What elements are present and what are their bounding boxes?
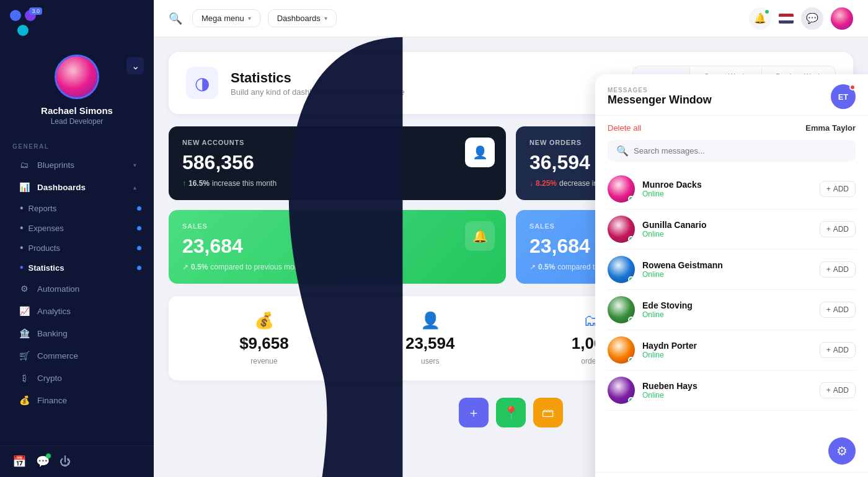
contact-item: Rowena Geistmann Online + ADD [608,250,856,290]
stats-icon-symbol: ◑ [195,73,210,94]
contact-add-button[interactable]: + ADD [820,342,856,358]
contact-avatar [608,216,635,243]
sidebar-item-blueprints[interactable]: 🗂 Blueprints ▾ [5,154,149,175]
sidebar-item-statistics[interactable]: Statistics [20,258,154,278]
logo-circle-1 [10,10,21,21]
calendar-icon[interactable]: 📅 [12,455,26,468]
add-icon: + [826,305,831,314]
messenger-search: 🔍 [595,140,868,169]
messenger-avatar-button[interactable]: ET [831,84,856,109]
contact-add-button[interactable]: + ADD [820,382,856,398]
sidebar-item-reports[interactable]: Reports [20,198,154,218]
notifications-button[interactable]: 🔔 [749,7,771,30]
metric-icon: 👤 [465,138,495,167]
profile-collapse-btn[interactable]: ⌄ [126,57,144,74]
metric-highlight: 16.5% [188,179,210,188]
statistics-dot [137,266,141,270]
user-avatar[interactable] [831,7,853,30]
contact-item: Rueben Hays Online + ADD [608,370,856,411]
contact-status: Online [642,190,812,198]
sidebar-logo: 3.0 [0,0,154,42]
chevron-down-icon: ▾ [248,15,251,22]
sidebar-sub-label: Reports [29,204,137,213]
contact-add-button[interactable]: + ADD [820,181,856,197]
metric-sub: ↗ 0.5% compared to previous month [182,263,492,271]
sidebar-section-general: GENERAL [0,136,154,154]
contact-add-button[interactable]: + ADD [820,261,856,278]
summary-revenue-label: revenue [250,357,277,365]
commerce-icon: 🛒 [17,351,31,361]
page-subtitle: Build any kind of dashboard for any kind… [231,87,404,97]
sidebar-item-banking[interactable]: 🏦 Banking [5,323,149,344]
metric-sub: ↑ 16.5% increase this month [182,179,492,188]
chat-button[interactable]: 💬 [801,7,823,30]
messenger-header: MESSAGES Messenger Window ET [595,74,868,116]
contact-item: Munroe Dacks Online + ADD [608,169,856,209]
delete-all-button[interactable]: Delete all [608,123,641,133]
blueprints-icon: 🗂 [17,160,31,170]
add-action-button[interactable]: ＋ [459,398,489,427]
sidebar-sub-menu: Reports Expenses Products Statistics [20,198,154,278]
chevron-icon: ⌄ [131,60,140,72]
search-icon[interactable]: 🔍 [169,12,182,25]
contact-info: Munroe Dacks Online [642,180,812,198]
location-icon: 📍 [503,405,519,420]
contact-name: Haydn Porter [642,341,812,351]
contact-avatar [608,296,635,323]
sidebar-item-label: Blueprints [37,160,133,170]
page-title: Statistics [231,70,404,86]
contact-add-button[interactable]: + ADD [820,302,856,318]
sidebar-item-crypto[interactable]: ₿ Crypto [5,367,149,388]
add-icon: + [826,346,831,354]
search-wrapper: 🔍 [608,140,856,162]
automation-icon: ⚙ [17,284,31,294]
metric-value: 586,356 [182,151,492,174]
down-arrow-icon: ↓ [529,179,533,188]
summary-revenue-value: $9,658 [239,334,289,353]
messenger-actions: Delete all Emma Taylor [595,116,868,140]
contact-avatar [608,175,635,203]
sidebar-item-dashboards[interactable]: 📊 Dashboards ▴ [5,177,149,198]
sidebar-item-analytics[interactable]: 📈 Analytics [5,300,149,322]
language-flag[interactable] [779,14,794,24]
sidebar-item-products[interactable]: Products [20,238,154,258]
messenger-title: Messenger Window [608,94,712,107]
location-action-button[interactable]: 📍 [496,398,526,427]
search-messages-input[interactable] [634,146,847,155]
contact-item: Haydn Porter Online + ADD [608,330,856,370]
add-icon: + [826,386,831,395]
contact-info: Gunilla Canario Online [642,220,812,239]
contact-avatar [608,336,635,364]
add-label: ADD [833,265,849,274]
chevron-down-icon: ▾ [133,162,136,168]
messenger-header-left: MESSAGES Messenger Window [608,87,712,107]
settings-fab-button[interactable]: ⚙ [828,437,856,465]
metric-icon: 🔔 [465,221,495,251]
sidebar-sub-label: Statistics [29,263,137,273]
sidebar-item-finance[interactable]: 💰 Finance [5,390,149,411]
contact-info: Rueben Hays Online [642,381,812,400]
dashboards-menu-button[interactable]: Dashboards ▾ [268,9,337,27]
sidebar-item-commerce[interactable]: 🛒 Commerce [5,345,149,366]
contact-add-button[interactable]: + ADD [820,221,856,237]
metric-label: NEW ACCOUNTS [182,139,492,146]
sidebar-item-label: Banking [37,329,136,338]
contact-name: Munroe Dacks [642,180,812,190]
sidebar-item-label: Automation [37,284,136,294]
online-dot [628,236,634,242]
stats-header-text: Statistics Build any kind of dashboard f… [231,70,404,97]
add-label: ADD [833,225,849,234]
mega-menu-button[interactable]: Mega menu ▾ [192,9,260,27]
share-action-button[interactable]: 🗃 [533,398,563,427]
metric-sub-text: increase this month [212,179,277,188]
sidebar-item-expenses[interactable]: Expenses [20,218,154,238]
contact-status: Online [642,351,812,359]
power-icon[interactable]: ⏻ [60,455,71,468]
metric-sub-text: compared to previous month [210,263,304,271]
contact-status: Online [642,270,812,279]
sidebar-item-automation[interactable]: ⚙ Automation [5,278,149,299]
chat-icon[interactable]: 💬 [36,455,50,468]
online-dot [628,317,634,323]
online-dot [628,397,634,403]
summary-users-value: 23,594 [405,334,455,353]
